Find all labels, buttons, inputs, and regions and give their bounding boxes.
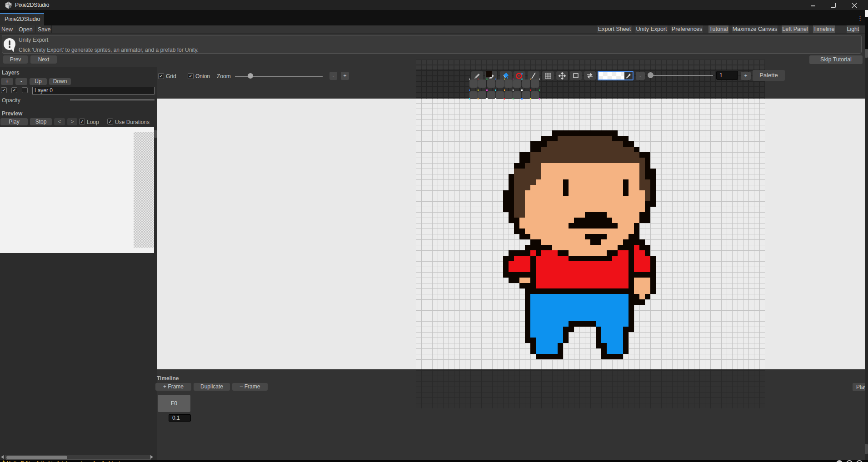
svg-text:6: 6	[10, 5, 11, 9]
